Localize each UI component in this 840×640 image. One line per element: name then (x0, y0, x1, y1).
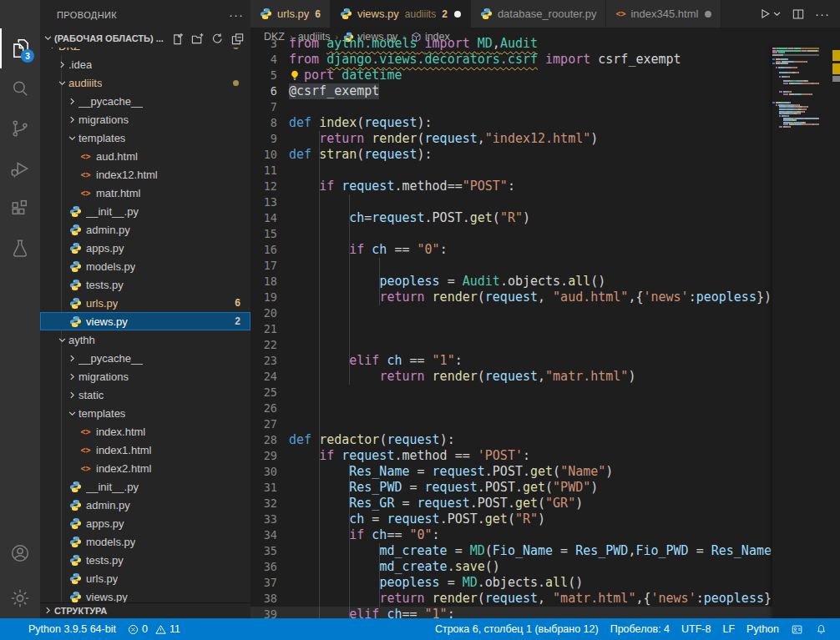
line-number[interactable]: 19 (250, 290, 289, 305)
code-line[interactable]: 26 (250, 401, 772, 416)
tree-item-audiiits[interactable]: audiiits (40, 73, 250, 92)
line-number[interactable]: 26 (250, 401, 289, 416)
code-line[interactable]: 4from django.views.decorators.csrf impor… (250, 52, 772, 68)
code-line[interactable]: 13 (250, 194, 772, 210)
line-number[interactable]: 27 (250, 416, 289, 432)
python-interpreter-status[interactable]: Python 3.9.5 64-bit (23, 623, 122, 635)
line-number[interactable]: 39 (250, 607, 289, 618)
testing-icon[interactable] (0, 229, 40, 269)
tree-item-index.html[interactable]: <>index.html (40, 422, 250, 441)
tree-item-tests.py[interactable]: tests.py (40, 551, 250, 569)
line-number[interactable]: 32 (250, 496, 289, 511)
code-line[interactable]: 21 (250, 321, 772, 337)
code-line[interactable]: 27 (250, 416, 772, 432)
code-line[interactable]: 12 if request.method=="POST": (250, 179, 772, 194)
refresh-icon[interactable] (211, 33, 224, 45)
line-number[interactable]: 23 (250, 353, 289, 369)
lightbulb-icon[interactable] (289, 69, 304, 83)
sidebar-more-actions[interactable]: ··· (229, 8, 244, 22)
source-control-icon[interactable] (0, 108, 40, 149)
language-mode-status[interactable]: Python (741, 623, 785, 635)
code-line[interactable]: 36 md_create.save() (250, 559, 772, 575)
line-number[interactable]: 14 (250, 210, 289, 226)
tree-item-views.py[interactable]: views.py2 (40, 312, 250, 330)
tree-item-aythh[interactable]: aythh (40, 330, 250, 349)
tree-item-aud.html[interactable]: <>aud.html (40, 147, 250, 165)
tree-item-admin.py[interactable]: admin.py (40, 496, 250, 514)
search-icon[interactable] (0, 68, 40, 108)
tree-item-models.py[interactable]: models.py (40, 257, 250, 275)
tree-item-__pycache__[interactable]: __pycache__ (40, 92, 250, 110)
outline-section-header[interactable]: СТРУКТУРА (40, 602, 250, 618)
line-number[interactable]: 25 (250, 385, 289, 401)
tree-item-migrations[interactable]: migrations (40, 367, 250, 386)
code-line[interactable]: 32 Res_GR = request.POST.get("GR") (250, 496, 772, 511)
code-line[interactable]: 35 md_create = MD(Fio_Name = Res_PWD,Fio… (250, 543, 772, 559)
code-line[interactable]: 18 peopless = Audit.objects.all() (250, 274, 772, 290)
line-number[interactable]: 21 (250, 321, 289, 337)
line-number[interactable]: 16 (250, 242, 289, 258)
tree-item-DKZ[interactable]: DKZ (40, 48, 250, 55)
code-line[interactable]: 20 (250, 305, 772, 321)
line-number[interactable]: 24 (250, 369, 289, 385)
line-number[interactable]: 34 (250, 527, 289, 543)
code-line[interactable]: 11 (250, 163, 772, 179)
line-number[interactable]: 13 (250, 194, 289, 210)
cursor-position-status[interactable]: Строка 6, столбец 1 (выбрано 12) (429, 623, 605, 635)
extensions-icon[interactable] (0, 189, 40, 229)
tab-views.py[interactable]: views.pyaudiiits2 (331, 0, 471, 28)
code-line[interactable]: 6@csrf_exempt (250, 83, 772, 99)
tree-item-urls.py[interactable]: urls.py (40, 569, 250, 587)
tree-item-apps.py[interactable]: apps.py (40, 514, 250, 532)
code-line[interactable]: 39 elif ch== "1": (250, 607, 772, 618)
tab-urls.py[interactable]: urls.py6 (250, 0, 331, 28)
line-number[interactable]: 7 (250, 99, 289, 115)
tab-index345.html[interactable]: <>index345.html (606, 0, 721, 28)
tree-item-index12.html[interactable]: <>index12.html (40, 165, 250, 184)
workspace-section-header[interactable]: (РАБОЧАЯ ОБЛАСТЬ) ... (40, 29, 250, 48)
line-number[interactable]: 38 (250, 591, 289, 607)
code-line[interactable]: 19 return render(request, "aud.html",{'n… (250, 290, 772, 305)
code-line[interactable]: 7 (250, 99, 772, 115)
minimap[interactable] (772, 46, 819, 618)
code-line[interactable]: 38 return render(request, "matr.html",{'… (250, 591, 772, 607)
code-line[interactable]: 37 peopless = MD.objects.all() (250, 575, 772, 591)
tree-item-admin.py[interactable]: admin.py (40, 220, 250, 239)
problems-status[interactable]: 0 11 (122, 623, 186, 635)
more-actions-icon[interactable]: ··· (815, 7, 830, 21)
line-number[interactable]: 12 (250, 179, 289, 194)
run-python-file-button[interactable] (758, 7, 782, 21)
code-line[interactable]: 31 Res_PWD = request.POST.get("PWD") (250, 480, 772, 496)
new-folder-icon[interactable] (191, 33, 204, 45)
indentation-status[interactable]: Пробелов: 4 (605, 623, 676, 635)
encoding-status[interactable]: UTF-8 (676, 623, 716, 635)
tree-item-apps.py[interactable]: apps.py (40, 239, 250, 257)
tree-item-migrations[interactable]: migrations (40, 110, 250, 129)
line-number[interactable]: 17 (250, 258, 289, 274)
code-line[interactable]: 9 return render(request,"index12.html") (250, 131, 772, 147)
line-number[interactable]: 35 (250, 543, 289, 559)
line-number[interactable]: 33 (250, 511, 289, 527)
line-number[interactable]: 15 (250, 226, 289, 242)
line-number[interactable]: 31 (250, 480, 289, 496)
line-number[interactable]: 22 (250, 337, 289, 353)
code-line[interactable]: 28def redactor(request): (250, 432, 772, 448)
tree-item-index1.html[interactable]: <>index1.html (40, 441, 250, 459)
tree-item-views.py[interactable]: views.py (40, 587, 250, 602)
code-line[interactable]: 22 (250, 337, 772, 353)
line-number[interactable]: 5 (250, 68, 289, 83)
tree-item-matr.html[interactable]: <>matr.html (40, 184, 250, 202)
tree-item-__pycache__[interactable]: __pycache__ (40, 349, 250, 367)
settings-gear-icon[interactable] (0, 578, 40, 618)
tree-item-__init__.py[interactable]: __init__.py (40, 477, 250, 496)
tree-item-static[interactable]: static (40, 386, 250, 404)
tree-item-templates[interactable]: templates (40, 404, 250, 422)
tree-item-urls.py[interactable]: urls.py6 (40, 294, 250, 312)
line-number[interactable]: 18 (250, 274, 289, 290)
line-number[interactable]: 8 (250, 115, 289, 131)
code-line[interactable]: 30 Res_Name = request.POST.get("Name") (250, 464, 772, 480)
tree-item-.idea[interactable]: .idea (40, 55, 250, 73)
line-number[interactable]: 28 (250, 432, 289, 448)
code-line[interactable]: 24 return render(request,"matr.html") (250, 369, 772, 385)
line-number[interactable]: 4 (250, 52, 289, 68)
